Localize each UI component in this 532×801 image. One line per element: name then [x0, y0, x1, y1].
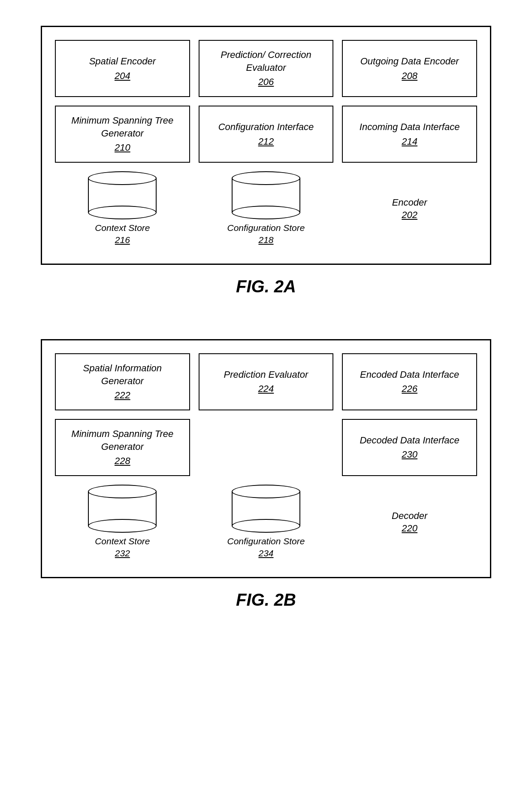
mst-210-num: 210 — [115, 141, 130, 154]
context-store-232-bottom — [88, 519, 157, 533]
config-store-218-cylinder — [232, 171, 300, 219]
decoded-data-interface-box: Decoded Data Interface 230 — [342, 419, 477, 476]
fig2b-diagram-box: Spatial Information Generator 222 Predic… — [41, 339, 491, 578]
encoded-data-label: Encoded Data Interface — [360, 368, 459, 381]
context-store-216-label: Context Store 216 — [95, 222, 150, 246]
decoded-data-label: Decoded Data Interface — [360, 434, 459, 447]
config-store-234-label: Configuration Store 234 — [227, 535, 305, 560]
spatial-info-generator-box: Spatial Information Generator 222 — [55, 353, 190, 410]
mst-generator-210-box: Minimum Spanning Tree Generator 210 — [55, 106, 190, 163]
fig2a-caption: FIG. 2A — [236, 277, 296, 296]
mst-210-label: Minimum Spanning Tree Generator — [62, 114, 183, 140]
fig2b-cylinder-row: Context Store 232 Configuration Store 23… — [55, 485, 477, 560]
mst-228-label: Minimum Spanning Tree Generator — [62, 428, 183, 453]
spatial-encoder-label: Spatial Encoder — [89, 55, 156, 68]
context-store-232-top — [88, 485, 157, 498]
prediction-evaluator-label: Prediction Evaluator — [224, 368, 308, 381]
config-interface-212-label: Configuration Interface — [218, 121, 314, 134]
decoder-plain-label: Decoder 220 — [392, 510, 427, 535]
outgoing-data-encoder-label: Outgoing Data Encoder — [360, 55, 459, 68]
prediction-evaluator-num: 224 — [258, 382, 274, 395]
config-store-234-bottom — [232, 519, 300, 533]
encoder-plain-label: Encoder 202 — [392, 196, 427, 221]
outgoing-data-encoder-box: Outgoing Data Encoder 208 — [342, 40, 477, 97]
fig2a-top-grid: Spatial Encoder 204 Prediction/ Correcti… — [55, 40, 477, 163]
context-store-216-cylinder — [88, 171, 157, 219]
fig2a-container: Spatial Encoder 204 Prediction/ Correcti… — [34, 26, 498, 305]
prediction-correction-evaluator-box: Prediction/ Correction Evaluator 206 — [199, 40, 334, 97]
context-store-232-cell: Context Store 232 — [55, 485, 190, 560]
spatial-encoder-box: Spatial Encoder 204 — [55, 40, 190, 97]
fig2a-diagram-box: Spatial Encoder 204 Prediction/ Correcti… — [41, 26, 491, 265]
config-store-234-cell: Configuration Store 234 — [199, 485, 334, 560]
encoder-plain-cell: Encoder 202 — [342, 171, 477, 246]
prediction-correction-num: 206 — [258, 76, 274, 88]
config-store-234-cylinder — [232, 485, 300, 533]
decoder-plain-cell: Decoder 220 — [342, 485, 477, 560]
config-store-234-top — [232, 485, 300, 498]
spatial-encoder-num: 204 — [115, 70, 130, 82]
decoded-data-num: 230 — [402, 448, 417, 461]
fig2b-container: Spatial Information Generator 222 Predic… — [34, 339, 498, 618]
fig2b-top-grid: Spatial Information Generator 222 Predic… — [55, 353, 477, 476]
encoded-data-num: 226 — [402, 382, 417, 395]
mst-generator-228-box: Minimum Spanning Tree Generator 228 — [55, 419, 190, 476]
context-store-216-top — [88, 171, 157, 185]
context-store-232-label: Context Store 232 — [95, 535, 150, 560]
config-interface-212-box: Configuration Interface 212 — [199, 106, 334, 163]
spatial-info-num: 222 — [115, 389, 130, 402]
config-interface-212-num: 212 — [258, 135, 274, 148]
prediction-correction-label: Prediction/ Correction Evaluator — [206, 49, 327, 74]
incoming-data-interface-box: Incoming Data Interface 214 — [342, 106, 477, 163]
fig2a-cylinder-row: Context Store 216 Configuration Store 21… — [55, 171, 477, 246]
config-store-218-label: Configuration Store 218 — [227, 222, 305, 246]
config-store-218-top — [232, 171, 300, 185]
config-store-218-bottom — [232, 206, 300, 219]
context-store-216-cell: Context Store 216 — [55, 171, 190, 246]
config-store-218-cell: Configuration Store 218 — [199, 171, 334, 246]
encoded-data-interface-box: Encoded Data Interface 226 — [342, 353, 477, 410]
outgoing-data-encoder-num: 208 — [402, 70, 417, 82]
context-store-216-bottom — [88, 206, 157, 219]
context-store-232-cylinder — [88, 485, 157, 533]
incoming-data-num: 214 — [402, 135, 417, 148]
spatial-info-label: Spatial Information Generator — [62, 362, 183, 387]
fig2b-caption: FIG. 2B — [236, 590, 296, 610]
prediction-evaluator-box: Prediction Evaluator 224 — [199, 353, 334, 410]
mst-228-num: 228 — [115, 455, 130, 467]
incoming-data-label: Incoming Data Interface — [360, 121, 460, 134]
empty-cell-2b — [199, 419, 334, 476]
